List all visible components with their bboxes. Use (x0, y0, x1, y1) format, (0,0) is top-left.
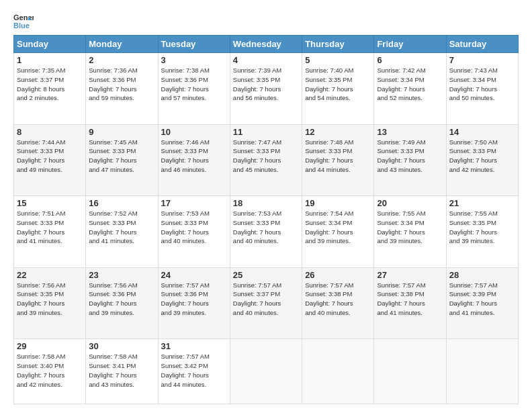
page: General Blue Sunday Monday Tuesday Wedne… (0, 0, 532, 411)
calendar-cell: 12Sunrise: 7:48 AMSunset: 3:33 PMDayligh… (302, 124, 374, 196)
calendar-cell: 8Sunrise: 7:44 AMSunset: 3:33 PMDaylight… (14, 124, 86, 196)
day-info: Sunrise: 7:50 AMSunset: 3:33 PMDaylight:… (449, 138, 498, 173)
calendar-cell: 14Sunrise: 7:50 AMSunset: 3:33 PMDayligh… (446, 124, 518, 196)
calendar-table: Sunday Monday Tuesday Wednesday Thursday… (13, 35, 519, 404)
day-number: 22 (17, 270, 83, 280)
day-number: 11 (233, 127, 299, 137)
day-info: Sunrise: 7:44 AMSunset: 3:33 PMDaylight:… (17, 138, 65, 173)
calendar-cell: 19Sunrise: 7:54 AMSunset: 3:34 PMDayligh… (302, 196, 374, 268)
day-number: 29 (17, 341, 83, 351)
calendar-cell: 15Sunrise: 7:51 AMSunset: 3:33 PMDayligh… (14, 196, 86, 268)
calendar-cell: 7Sunrise: 7:43 AMSunset: 3:34 PMDaylight… (446, 53, 518, 125)
calendar-cell: 11Sunrise: 7:47 AMSunset: 3:33 PMDayligh… (230, 124, 302, 196)
day-number: 21 (449, 198, 515, 208)
day-number: 9 (89, 127, 154, 137)
header-tuesday: Tuesday (158, 36, 230, 53)
day-info: Sunrise: 7:42 AMSunset: 3:34 PMDaylight:… (377, 66, 425, 101)
day-info: Sunrise: 7:56 AMSunset: 3:36 PMDaylight:… (89, 281, 137, 316)
day-number: 16 (89, 198, 154, 208)
day-info: Sunrise: 7:38 AMSunset: 3:36 PMDaylight:… (161, 66, 210, 101)
day-info: Sunrise: 7:43 AMSunset: 3:34 PMDaylight:… (449, 66, 498, 101)
day-info: Sunrise: 7:54 AMSunset: 3:34 PMDaylight:… (305, 210, 353, 244)
day-number: 19 (305, 198, 371, 208)
day-info: Sunrise: 7:58 AMSunset: 3:41 PMDaylight:… (89, 353, 137, 387)
calendar-cell: 28Sunrise: 7:57 AMSunset: 3:39 PMDayligh… (446, 267, 518, 339)
day-number: 14 (449, 127, 515, 137)
calendar-cell: 5Sunrise: 7:40 AMSunset: 3:35 PMDaylight… (302, 53, 374, 125)
calendar-cell: 4Sunrise: 7:39 AMSunset: 3:35 PMDaylight… (230, 53, 302, 125)
calendar-cell: 21Sunrise: 7:55 AMSunset: 3:35 PMDayligh… (446, 196, 518, 268)
header-wednesday: Wednesday (230, 36, 302, 53)
calendar-cell: 1Sunrise: 7:35 AMSunset: 3:37 PMDaylight… (14, 53, 86, 125)
day-number: 28 (449, 270, 515, 280)
header-friday: Friday (374, 36, 446, 53)
day-info: Sunrise: 7:45 AMSunset: 3:33 PMDaylight:… (89, 138, 137, 173)
day-info: Sunrise: 7:57 AMSunset: 3:38 PMDaylight:… (377, 281, 425, 316)
day-info: Sunrise: 7:55 AMSunset: 3:35 PMDaylight:… (449, 210, 498, 244)
day-info: Sunrise: 7:35 AMSunset: 3:37 PMDaylight:… (17, 66, 65, 101)
day-info: Sunrise: 7:47 AMSunset: 3:33 PMDaylight:… (233, 138, 281, 173)
svg-text:Blue: Blue (13, 21, 30, 30)
day-number: 5 (305, 55, 371, 65)
day-number: 4 (233, 55, 299, 65)
calendar-cell: 30Sunrise: 7:58 AMSunset: 3:41 PMDayligh… (86, 339, 158, 404)
day-info: Sunrise: 7:40 AMSunset: 3:35 PMDaylight:… (305, 66, 353, 101)
day-info: Sunrise: 7:36 AMSunset: 3:36 PMDaylight:… (89, 66, 137, 101)
day-number: 15 (17, 198, 83, 208)
day-number: 10 (161, 127, 227, 137)
calendar-cell: 16Sunrise: 7:52 AMSunset: 3:33 PMDayligh… (86, 196, 158, 268)
calendar-cell: 23Sunrise: 7:56 AMSunset: 3:36 PMDayligh… (86, 267, 158, 339)
calendar-cell: 10Sunrise: 7:46 AMSunset: 3:33 PMDayligh… (158, 124, 230, 196)
day-number: 8 (17, 127, 83, 137)
day-info: Sunrise: 7:55 AMSunset: 3:34 PMDaylight:… (377, 210, 425, 244)
day-number: 7 (449, 55, 515, 65)
logo: General Blue (13, 11, 34, 31)
day-info: Sunrise: 7:39 AMSunset: 3:35 PMDaylight:… (233, 66, 281, 101)
calendar-cell: 27Sunrise: 7:57 AMSunset: 3:38 PMDayligh… (374, 267, 446, 339)
calendar-cell (302, 339, 374, 404)
calendar-cell: 31Sunrise: 7:57 AMSunset: 3:42 PMDayligh… (158, 339, 230, 404)
header-saturday: Saturday (446, 36, 518, 53)
calendar-cell: 3Sunrise: 7:38 AMSunset: 3:36 PMDaylight… (158, 53, 230, 125)
calendar-cell: 6Sunrise: 7:42 AMSunset: 3:34 PMDaylight… (374, 53, 446, 125)
day-number: 30 (89, 341, 154, 351)
calendar-cell (230, 339, 302, 404)
day-number: 23 (89, 270, 154, 280)
calendar-cell: 26Sunrise: 7:57 AMSunset: 3:38 PMDayligh… (302, 267, 374, 339)
day-number: 24 (161, 270, 227, 280)
day-number: 26 (305, 270, 371, 280)
day-info: Sunrise: 7:58 AMSunset: 3:40 PMDaylight:… (17, 353, 65, 387)
day-info: Sunrise: 7:51 AMSunset: 3:33 PMDaylight:… (17, 210, 65, 244)
day-info: Sunrise: 7:57 AMSunset: 3:37 PMDaylight:… (233, 281, 281, 316)
calendar-cell (374, 339, 446, 404)
day-info: Sunrise: 7:56 AMSunset: 3:35 PMDaylight:… (17, 281, 65, 316)
calendar-cell: 29Sunrise: 7:58 AMSunset: 3:40 PMDayligh… (14, 339, 86, 404)
day-info: Sunrise: 7:48 AMSunset: 3:33 PMDaylight:… (305, 138, 353, 173)
calendar-cell: 24Sunrise: 7:57 AMSunset: 3:36 PMDayligh… (158, 267, 230, 339)
calendar-cell: 18Sunrise: 7:53 AMSunset: 3:33 PMDayligh… (230, 196, 302, 268)
calendar-cell: 22Sunrise: 7:56 AMSunset: 3:35 PMDayligh… (14, 267, 86, 339)
day-number: 13 (377, 127, 443, 137)
day-info: Sunrise: 7:53 AMSunset: 3:33 PMDaylight:… (161, 210, 210, 244)
day-number: 2 (89, 55, 154, 65)
calendar-cell (446, 339, 518, 404)
day-info: Sunrise: 7:49 AMSunset: 3:33 PMDaylight:… (377, 138, 425, 173)
header-sunday: Sunday (14, 36, 86, 53)
day-info: Sunrise: 7:57 AMSunset: 3:39 PMDaylight:… (449, 281, 498, 316)
header: General Blue (13, 11, 519, 31)
calendar-cell: 9Sunrise: 7:45 AMSunset: 3:33 PMDaylight… (86, 124, 158, 196)
day-info: Sunrise: 7:53 AMSunset: 3:33 PMDaylight:… (233, 210, 281, 244)
calendar-header-row: Sunday Monday Tuesday Wednesday Thursday… (14, 36, 519, 53)
day-number: 12 (305, 127, 371, 137)
calendar-cell: 13Sunrise: 7:49 AMSunset: 3:33 PMDayligh… (374, 124, 446, 196)
day-number: 18 (233, 198, 299, 208)
svg-text:General: General (13, 13, 34, 21)
day-number: 27 (377, 270, 443, 280)
day-number: 3 (161, 55, 227, 65)
calendar-cell: 2Sunrise: 7:36 AMSunset: 3:36 PMDaylight… (86, 53, 158, 125)
day-number: 17 (161, 198, 227, 208)
day-info: Sunrise: 7:57 AMSunset: 3:38 PMDaylight:… (305, 281, 353, 316)
day-info: Sunrise: 7:57 AMSunset: 3:36 PMDaylight:… (161, 281, 210, 316)
calendar-cell: 20Sunrise: 7:55 AMSunset: 3:34 PMDayligh… (374, 196, 446, 268)
day-number: 6 (377, 55, 443, 65)
